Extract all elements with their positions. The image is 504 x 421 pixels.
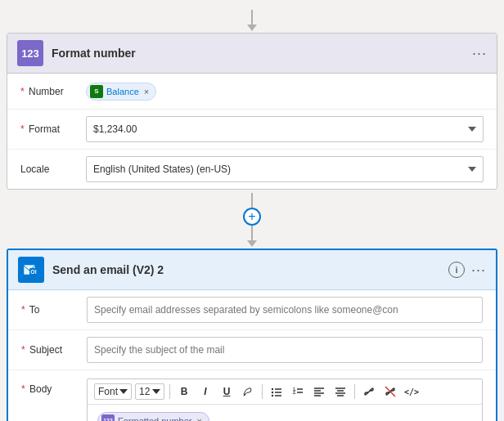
link-icon [363, 386, 375, 397]
bullet-list-button[interactable] [268, 383, 286, 401]
locale-select-text: English (United States) (en-US) [93, 163, 231, 175]
body-label: * Body [21, 378, 87, 395]
format-number-dots-button[interactable]: ··· [472, 46, 487, 60]
format-number-title: Format number [52, 47, 464, 60]
number-label: * Number [20, 86, 86, 97]
paint-button[interactable] [239, 383, 257, 401]
add-step-button[interactable]: + [243, 208, 261, 226]
align-left-icon [313, 386, 325, 397]
connector-line [251, 10, 253, 25]
send-email-title: Send an email (V2) 2 [52, 263, 440, 276]
svg-line-23 [367, 390, 371, 393]
subject-required-star: * [21, 344, 25, 356]
send-email-header: Ol Send an email (V2) 2 i ··· [8, 250, 496, 290]
font-chevron-icon [119, 389, 128, 394]
unlink-button[interactable] [381, 383, 399, 401]
send-email-body: * To * Subject * Body Font [8, 290, 496, 421]
number-field-row: * Number S Balance × [7, 74, 497, 110]
body-content-area[interactable]: 123 Formatted number × [88, 405, 482, 421]
format-number-body: * Number S Balance × * Format $1,234.00 [7, 74, 497, 189]
font-select[interactable]: Font [94, 383, 132, 400]
size-chevron-icon [152, 389, 160, 394]
connector-line-mid2 [251, 226, 253, 240]
balance-tag-close[interactable]: × [144, 87, 149, 96]
italic-button[interactable]: I [196, 383, 214, 401]
format-number-menu: ··· [472, 46, 487, 60]
send-email-icon: Ol [18, 257, 44, 283]
font-size-select[interactable]: 12 [135, 383, 164, 400]
toolbar-sep-3 [354, 384, 355, 399]
unlink-icon [385, 386, 396, 397]
send-email-menu: i ··· [448, 262, 486, 278]
arrow-down-icon [247, 25, 257, 31]
connector-line-mid [251, 193, 253, 208]
balance-tag[interactable]: S Balance × [86, 83, 156, 101]
subject-label: * Subject [21, 344, 87, 356]
underline-button[interactable]: U [218, 383, 236, 401]
format-number-header: 123 Format number ··· [7, 34, 497, 74]
align-left-button[interactable] [310, 383, 328, 401]
paint-icon [242, 386, 254, 397]
send-email-info-button[interactable]: i [448, 262, 465, 278]
balance-tag-icon: S [90, 85, 103, 98]
number-required-star: * [20, 86, 25, 97]
send-email-card: Ol Send an email (V2) 2 i ··· * To * Sub… [7, 249, 497, 421]
body-field-row: * Body Font 12 B [8, 370, 496, 421]
top-connector [247, 10, 257, 31]
align-center-button[interactable] [331, 383, 349, 401]
svg-point-9 [272, 395, 273, 396]
to-input[interactable] [87, 297, 483, 323]
svg-text:2.: 2. [293, 390, 297, 395]
format-number-card: 123 Format number ··· * Number S Balance… [7, 33, 497, 190]
formatted-number-tag-close[interactable]: × [196, 416, 201, 422]
format-required-star: * [20, 123, 25, 135]
formatted-number-tag[interactable]: 123 Formatted number × [97, 412, 209, 422]
align-center-icon [335, 386, 346, 397]
link-button[interactable] [360, 383, 378, 401]
locale-field-row: Locale English (United States) (en-US) [7, 150, 497, 189]
numbered-list-icon: 1.2. [292, 386, 304, 397]
svg-text:Ol: Ol [30, 269, 36, 275]
between-connector: + [243, 193, 261, 247]
format-number-icon: 123 [17, 40, 43, 66]
toolbar-sep-2 [262, 384, 263, 399]
format-field-row: * Format $1,234.00 [7, 110, 497, 150]
bullet-list-icon [271, 386, 282, 397]
locale-label: Locale [20, 163, 86, 175]
svg-point-5 [272, 388, 273, 390]
number-value: S Balance × [86, 83, 484, 101]
formatted-number-tag-icon: 123 [101, 414, 115, 422]
locale-select[interactable]: English (United States) (en-US) [86, 156, 484, 182]
code-button[interactable]: </> [403, 383, 421, 401]
toolbar-sep-1 [169, 384, 170, 399]
outlook-svg: Ol [23, 262, 39, 278]
format-label: * Format [20, 123, 86, 135]
arrow-down-mid-icon [247, 240, 257, 247]
format-select-text: $1,234.00 [93, 123, 137, 135]
body-toolbar: Font 12 B I U [88, 379, 482, 405]
to-label: * To [21, 304, 87, 316]
format-select[interactable]: $1,234.00 [86, 116, 484, 142]
numbered-list-button[interactable]: 1.2. [289, 383, 307, 401]
bold-button[interactable]: B [175, 383, 193, 401]
to-required-star: * [21, 304, 25, 316]
body-editor: Font 12 B I U [87, 378, 483, 421]
svg-point-7 [272, 392, 273, 393]
subject-field-row: * Subject [8, 330, 496, 370]
to-field-row: * To [8, 290, 496, 330]
locale-chevron-icon [468, 167, 476, 172]
body-required-star: * [21, 383, 25, 395]
format-chevron-icon [468, 127, 476, 132]
subject-input[interactable] [87, 337, 483, 363]
send-email-dots-button[interactable]: ··· [471, 262, 486, 277]
